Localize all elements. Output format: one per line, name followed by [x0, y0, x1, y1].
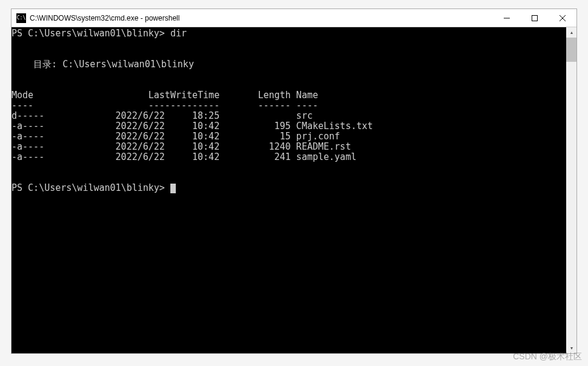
- app-icon: C:\: [16, 13, 26, 23]
- cmd-window: C:\ C:\WINDOWS\system32\cmd.exe - powers…: [11, 8, 577, 354]
- console-wrapper: PS C:\Users\wilwan01\blinky> dir 目录: C:\…: [12, 27, 576, 353]
- minimize-button[interactable]: [493, 9, 521, 27]
- svg-rect-1: [532, 15, 538, 21]
- scroll-track[interactable]: [566, 38, 576, 343]
- maximize-icon: [532, 15, 538, 21]
- scroll-thumb[interactable]: [566, 38, 576, 62]
- close-button[interactable]: [549, 9, 576, 27]
- scroll-up-arrow[interactable]: ▴: [566, 27, 576, 38]
- titlebar[interactable]: C:\ C:\WINDOWS\system32\cmd.exe - powers…: [12, 9, 576, 27]
- window-controls: [493, 9, 576, 27]
- scroll-down-arrow[interactable]: ▾: [566, 343, 576, 353]
- window-title: C:\WINDOWS\system32\cmd.exe - powershell: [30, 14, 493, 22]
- minimize-icon: [504, 15, 510, 21]
- close-icon: [560, 15, 566, 21]
- vertical-scrollbar[interactable]: ▴ ▾: [566, 27, 576, 353]
- maximize-button[interactable]: [521, 9, 549, 27]
- console-output[interactable]: PS C:\Users\wilwan01\blinky> dir 目录: C:\…: [12, 27, 566, 353]
